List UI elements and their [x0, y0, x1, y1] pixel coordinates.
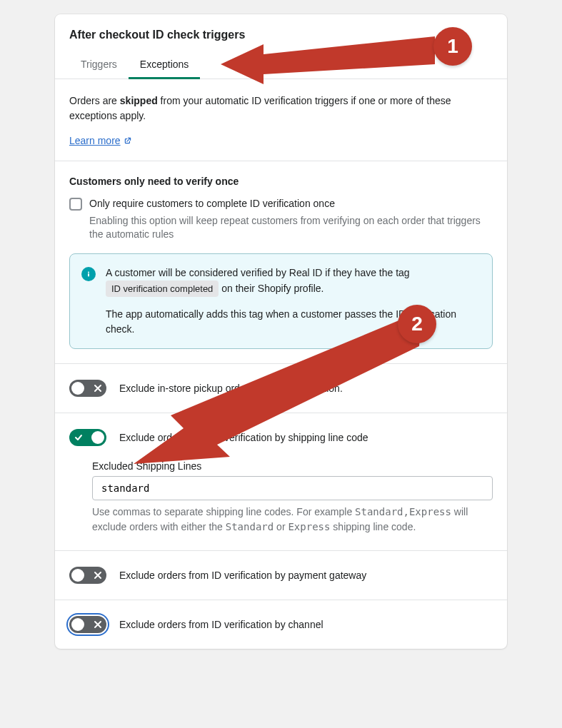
x-icon: [94, 620, 102, 629]
settings-card: After checkout ID check triggers Trigger…: [55, 14, 507, 649]
learn-more-link[interactable]: Learn more: [69, 135, 132, 146]
card-header: After checkout ID check triggers Trigger…: [55, 14, 507, 79]
intro-section: Orders are skipped from your automatic I…: [55, 79, 507, 161]
shipping-lines-label: Excluded Shipping Lines: [92, 460, 493, 472]
page-title: After checkout ID check triggers: [69, 29, 493, 41]
tag-chip: ID verification completed: [106, 280, 219, 298]
external-link-icon: [124, 136, 132, 145]
check-icon: [74, 433, 83, 442]
channel-toggle-row: Exclude orders from ID verification by c…: [55, 600, 507, 649]
shipping-toggle-section: Exclude orders from ID verification by s…: [55, 413, 507, 551]
toggle-knob: [91, 431, 104, 444]
verify-once-checkbox[interactable]: [69, 198, 82, 211]
instore-toggle-row: Exclude in-store pickup orders from ID v…: [55, 364, 507, 413]
verify-once-checkbox-row: Only require customers to complete ID ve…: [69, 197, 493, 242]
shipping-label: Exclude orders from ID verification by s…: [119, 432, 368, 443]
verify-once-heading: Customers only need to verify once: [69, 176, 493, 187]
channel-label: Exclude orders from ID verification by c…: [119, 619, 323, 630]
verify-once-section: Customers only need to verify once Only …: [55, 161, 507, 364]
toggle-knob: [71, 569, 84, 582]
x-icon: [94, 571, 102, 580]
excluded-shipping-lines-input[interactable]: [92, 476, 493, 500]
x-icon: [94, 384, 102, 393]
svg-rect-1: [88, 273, 89, 277]
toggle-knob: [71, 618, 84, 631]
gateway-toggle[interactable]: [69, 567, 106, 584]
tab-triggers[interactable]: Triggers: [69, 51, 129, 79]
verify-once-label: Only require customers to complete ID ve…: [89, 197, 493, 211]
instore-toggle[interactable]: [69, 380, 106, 397]
instore-label: Exclude in-store pickup orders from ID v…: [119, 383, 343, 394]
verify-once-desc: Enabling this option will keep repeat cu…: [89, 214, 493, 242]
tab-exceptions[interactable]: Exceptions: [129, 51, 200, 79]
intro-text: Orders are skipped from your automatic I…: [69, 93, 493, 123]
channel-toggle[interactable]: [69, 616, 106, 633]
shipping-help: Use commas to separate shipping line cod…: [92, 505, 493, 535]
gateway-toggle-row: Exclude orders from ID verification by p…: [55, 551, 507, 600]
shipping-toggle[interactable]: [69, 429, 106, 446]
info-banner: A customer will be considered verified b…: [69, 253, 493, 350]
tab-bar: Triggers Exceptions: [55, 51, 507, 79]
shipping-lines-subfield: Excluded Shipping Lines Use commas to se…: [69, 460, 493, 535]
info-icon: [81, 267, 96, 281]
gateway-label: Exclude orders from ID verification by p…: [119, 570, 366, 581]
svg-point-0: [88, 271, 89, 273]
info-line1: A customer will be considered verified b…: [106, 266, 481, 298]
info-line2: The app automatically adds this tag when…: [106, 307, 481, 337]
toggle-knob: [71, 382, 84, 395]
